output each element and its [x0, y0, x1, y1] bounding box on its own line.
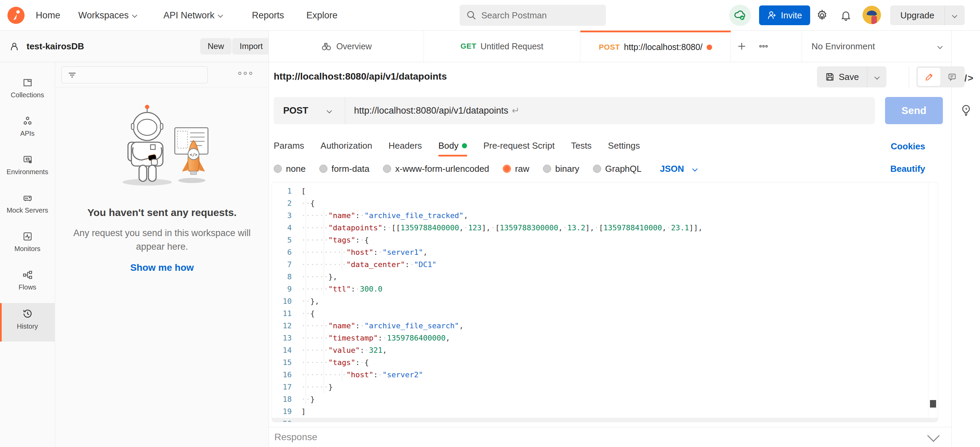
history-filter-input[interactable] [61, 67, 208, 83]
beautify-link[interactable]: Beautify [890, 163, 925, 174]
save-floppy-icon [825, 72, 835, 82]
code-line[interactable]: 19] [272, 406, 938, 418]
mode-form-data[interactable]: form-data [319, 163, 369, 174]
url-bar: POST http://localhost:8080/api/v1/datapo… [274, 97, 875, 124]
mode-graphql[interactable]: GraphQL [593, 163, 642, 174]
code-content: ······"datapoints":·[[1359788400000,·123… [301, 222, 938, 234]
settings-gear-icon[interactable] [814, 8, 830, 23]
code-line[interactable]: 2··{ [272, 197, 938, 209]
sync-status-icon[interactable] [729, 5, 751, 26]
nav-reports[interactable]: Reports [252, 0, 284, 31]
code-content: ··} [301, 393, 938, 406]
body-code-editor[interactable]: 1[2··{3······"name":·"archive_file_track… [272, 182, 938, 422]
code-line[interactable]: 18··} [272, 393, 938, 406]
code-line[interactable]: 10··}, [272, 295, 938, 308]
sidebar-item-history[interactable]: History [0, 303, 55, 342]
url-input[interactable]: http://localhost:8080/api/v1/datapoints↵ [345, 105, 875, 116]
mode-urlencoded[interactable]: x-www-form-urlencoded [383, 163, 489, 174]
nav-home[interactable]: Home [36, 0, 60, 31]
nav-workspaces[interactable]: Workspaces [78, 0, 137, 31]
edit-pencil-button[interactable] [918, 68, 940, 86]
code-content: ··········"data_center":·"DC1" [301, 258, 938, 271]
tab-settings[interactable]: Settings [608, 141, 640, 152]
tab-untitled-request[interactable]: GET Untitled Request [424, 31, 581, 62]
code-line[interactable]: 6··········"host":·"server1", [272, 246, 938, 258]
mode-none[interactable]: none [274, 163, 305, 174]
code-content: ··{ [301, 197, 938, 209]
postbot-lightbulb-icon[interactable] [952, 100, 980, 121]
tab-tests[interactable]: Tests [571, 141, 592, 152]
new-tab-button[interactable] [731, 31, 752, 62]
request-tabstrip: Overview GET Untitled Request POST http:… [269, 31, 802, 62]
tab-headers[interactable]: Headers [388, 141, 422, 152]
code-line[interactable]: 12······"name":·"archive_file_search", [272, 320, 938, 332]
sidebar-item-mock-servers[interactable]: Mock Servers [0, 188, 55, 226]
code-line[interactable]: 5······"tags":·{ [272, 234, 938, 246]
comments-button[interactable] [940, 68, 963, 86]
language-dropdown[interactable]: JSON [660, 163, 697, 174]
sidebar-item-flows[interactable]: Flows [0, 265, 55, 303]
code-line[interactable]: 20 [272, 418, 938, 422]
mode-raw[interactable]: raw [503, 163, 529, 174]
right-sidebar-rail: </> [951, 31, 980, 447]
upgrade-dropdown-button[interactable] [945, 5, 965, 25]
environments-icon [22, 154, 33, 165]
tab-authorization[interactable]: Authorization [321, 141, 372, 152]
upgrade-button[interactable]: Upgrade [890, 5, 945, 25]
workspace-name[interactable]: test-kairosDB [9, 31, 84, 62]
mode-binary[interactable]: binary [543, 163, 579, 174]
code-line[interactable]: 15······"tags":·{ [272, 357, 938, 369]
code-lines: 1[2··{3······"name":·"archive_file_track… [272, 182, 938, 422]
code-line[interactable]: 11··{ [272, 308, 938, 320]
code-line[interactable]: 9······"ttl":·300.0 [272, 283, 938, 295]
tab-options-icon[interactable] [752, 31, 775, 62]
upgrade-split-button: Upgrade [890, 5, 965, 25]
code-line[interactable]: 7··········"data_center":·"DC1" [272, 258, 938, 271]
cookies-link[interactable]: Cookies [891, 141, 925, 152]
sidebar-item-collections[interactable]: Collections [0, 73, 55, 111]
import-button[interactable]: Import [232, 38, 270, 54]
notifications-bell-icon[interactable] [838, 8, 854, 23]
method-dropdown[interactable]: POST [274, 97, 345, 124]
hexagons-icon [22, 116, 33, 127]
chevron-down-icon[interactable] [927, 429, 940, 442]
sidebar-item-monitors[interactable]: Monitors [0, 226, 55, 265]
code-line[interactable]: 8······}, [272, 271, 938, 283]
code-line[interactable]: 16··········"host":·"server2" [272, 369, 938, 381]
tab-params[interactable]: Params [274, 141, 304, 152]
body-mode-row: none form-data x-www-form-urlencoded raw… [274, 160, 943, 177]
code-line[interactable]: 14······"value":·321, [272, 344, 938, 357]
search-input[interactable]: Search Postman [460, 5, 606, 26]
nav-api-network[interactable]: API Network [163, 0, 222, 31]
code-line[interactable]: 3······"name":·"archive_file_tracked", [272, 209, 938, 222]
tab-pre-request-script[interactable]: Pre-request Script [484, 141, 555, 152]
tab-post-localhost[interactable]: POST http://localhost:8080/ [581, 31, 731, 62]
code-line[interactable]: 4······"datapoints":·[[1359788400000,·12… [272, 222, 938, 234]
history-panel: </> You haven't sent any requests. A [55, 62, 269, 447]
new-button[interactable]: New [200, 38, 231, 54]
divider [909, 67, 909, 87]
save-button[interactable]: Save [817, 67, 867, 87]
tab-body[interactable]: Body [438, 141, 467, 152]
editor-scrollbar-thumb[interactable] [930, 400, 936, 407]
user-avatar[interactable] [862, 6, 881, 24]
send-button[interactable]: Send [885, 97, 943, 124]
response-section-header[interactable]: Response [269, 427, 951, 447]
history-options-icon[interactable] [238, 72, 252, 75]
line-number: 1 [272, 185, 301, 197]
code-line[interactable]: 13······"timestamp":·1359786400000, [272, 332, 938, 344]
binoculars-icon [321, 41, 332, 52]
invite-button[interactable]: Invite [759, 5, 810, 25]
code-line[interactable]: 17······} [272, 381, 938, 393]
sidebar-item-apis[interactable]: APIs [0, 111, 55, 149]
save-dropdown-button[interactable] [867, 67, 886, 87]
comment-icon [947, 72, 957, 82]
nav-explore[interactable]: Explore [306, 0, 338, 31]
show-me-how-link[interactable]: Show me how [55, 262, 269, 273]
environment-selector[interactable]: No Environment [802, 31, 951, 62]
postman-logo-icon[interactable] [8, 7, 24, 24]
code-line[interactable]: 1[ [272, 185, 938, 197]
line-number: 16 [272, 369, 301, 381]
sidebar-item-environments[interactable]: Environments [0, 149, 55, 188]
tab-overview[interactable]: Overview [269, 31, 424, 62]
